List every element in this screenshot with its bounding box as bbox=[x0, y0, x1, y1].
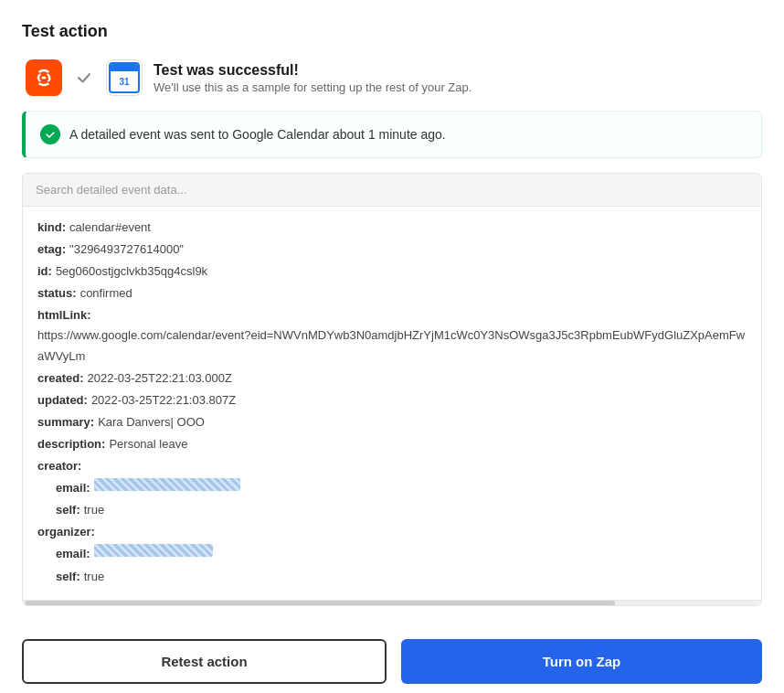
description-val: Personal leave bbox=[109, 434, 187, 454]
htmllink-val: https://www.google.com/calendar/event?ei… bbox=[37, 325, 747, 366]
data-panel: Search detailed event data... kind: cale… bbox=[22, 173, 762, 606]
scrollbar-track bbox=[23, 600, 761, 605]
retest-button[interactable]: Retest action bbox=[22, 639, 387, 684]
data-row-status: status: confirmed bbox=[37, 283, 747, 304]
data-row-description: description: Personal leave bbox=[37, 434, 747, 454]
check-icon bbox=[73, 67, 95, 89]
organizer-key: organizer: bbox=[37, 522, 95, 542]
id-key: id: bbox=[37, 261, 52, 282]
summary-val: Kara Danvers| OOO bbox=[98, 412, 205, 432]
data-row-summary: summary: Kara Danvers| OOO bbox=[37, 412, 747, 432]
creator-email-redacted bbox=[94, 478, 240, 491]
page-title: Test action bbox=[22, 22, 762, 41]
success-header: 31 Test was successful! We'll use this a… bbox=[22, 59, 762, 96]
scrollbar-thumb[interactable] bbox=[25, 601, 615, 606]
organizer-self-val: true bbox=[84, 567, 104, 587]
creator-email-key: email: bbox=[56, 478, 90, 498]
summary-key: summary: bbox=[37, 412, 94, 432]
data-row-organizer-email: email: bbox=[56, 544, 747, 564]
search-placeholder: Search detailed event data... bbox=[36, 183, 187, 197]
kind-key: kind: bbox=[37, 218, 66, 238]
turn-on-zap-button[interactable]: Turn on Zap bbox=[401, 639, 762, 684]
creator-group: creator: email: self: true bbox=[37, 456, 747, 520]
organizer-group: organizer: email: self: true bbox=[37, 522, 747, 586]
etag-val: "3296493727614000" bbox=[69, 240, 184, 260]
success-banner-text: A detailed event was sent to Google Cale… bbox=[69, 127, 446, 142]
etag-key: etag: bbox=[37, 240, 66, 260]
search-box[interactable]: Search detailed event data... bbox=[23, 174, 761, 207]
updated-val: 2022-03-25T22:21:03.807Z bbox=[91, 390, 236, 410]
data-row-etag: etag: "3296493727614000" bbox=[37, 240, 747, 260]
created-key: created: bbox=[37, 368, 84, 389]
data-row-organizer: organizer: bbox=[37, 522, 747, 542]
creator-nested: email: self: true bbox=[37, 478, 747, 520]
data-row-updated: updated: 2022-03-25T22:21:03.807Z bbox=[37, 390, 747, 410]
id-val: 5eg060ostjgclvkb35qg4csl9k bbox=[56, 261, 207, 282]
updated-key: updated: bbox=[37, 390, 88, 410]
success-subtitle: We'll use this as a sample for setting u… bbox=[154, 80, 758, 94]
data-content[interactable]: kind: calendar#event etag: "329649372761… bbox=[23, 207, 761, 600]
success-banner: A detailed event was sent to Google Cale… bbox=[22, 111, 762, 158]
description-key: description: bbox=[37, 434, 105, 454]
footer-buttons: Retest action Turn on Zap bbox=[22, 624, 762, 693]
data-row-creator-email: email: bbox=[56, 478, 747, 498]
zapier-icon bbox=[26, 59, 62, 96]
zapier-logo bbox=[34, 68, 54, 88]
created-val: 2022-03-25T22:21:03.000Z bbox=[88, 368, 232, 389]
data-row-organizer-self: self: true bbox=[56, 567, 747, 587]
status-val: confirmed bbox=[80, 283, 132, 304]
data-row-id: id: 5eg060ostjgclvkb35qg4csl9k bbox=[37, 261, 747, 282]
google-calendar-icon: 31 bbox=[106, 59, 143, 96]
organizer-self-key: self: bbox=[56, 567, 80, 587]
data-row-kind: kind: calendar#event bbox=[37, 218, 747, 238]
page-container: Test action 31 Test was successful! We'l… bbox=[0, 0, 784, 693]
organizer-email-redacted bbox=[94, 544, 213, 557]
success-dot-icon bbox=[40, 124, 60, 144]
data-row-htmllink: htmlLink: https://www.google.com/calenda… bbox=[37, 305, 747, 366]
data-row-creator-self: self: true bbox=[56, 500, 747, 520]
data-row-creator: creator: bbox=[37, 456, 747, 476]
status-key: status: bbox=[37, 283, 77, 304]
success-title: Test was successful! bbox=[154, 62, 758, 79]
organizer-nested: email: self: true bbox=[37, 544, 747, 586]
creator-self-key: self: bbox=[56, 500, 80, 520]
success-text: Test was successful! We'll use this as a… bbox=[154, 62, 758, 94]
gcal-header bbox=[111, 64, 138, 71]
gcal-number: 31 bbox=[111, 71, 138, 91]
creator-self-val: true bbox=[84, 500, 104, 520]
data-row-created: created: 2022-03-25T22:21:03.000Z bbox=[37, 368, 747, 389]
htmllink-key: htmlLink: bbox=[37, 305, 91, 325]
organizer-email-key: email: bbox=[56, 544, 90, 564]
creator-key: creator: bbox=[37, 456, 81, 476]
kind-val: calendar#event bbox=[69, 218, 151, 238]
